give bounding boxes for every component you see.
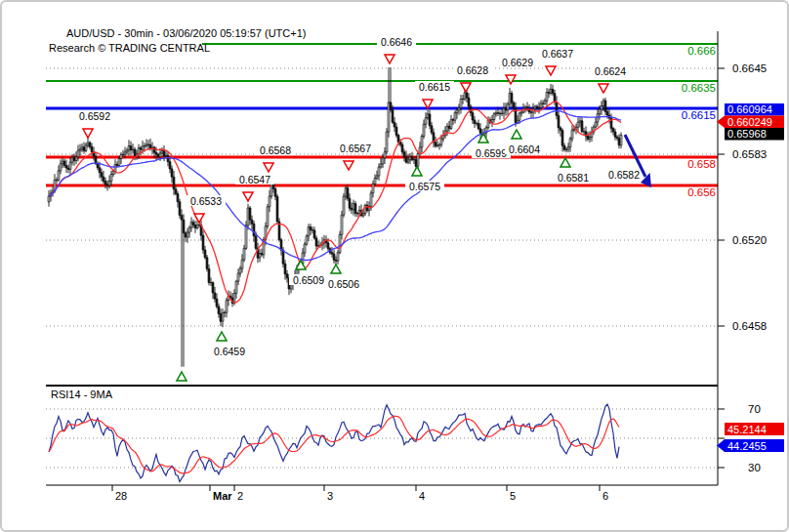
swing-label: 0.6568 <box>260 144 291 156</box>
rsi-tick-label: 70 <box>748 403 761 415</box>
swing-label: 0.6509 <box>293 274 324 286</box>
swing-marker-down <box>506 75 516 84</box>
x-axis-tick-label: Mar <box>213 490 232 502</box>
price-chart-canvas: 0.65920.65330.65470.65680.65670.66460.66… <box>2 2 789 532</box>
swing-marker-up <box>296 261 306 269</box>
level-label: 0.666 <box>687 45 716 57</box>
x-axis-tick-label: 2 <box>237 490 243 502</box>
swing-label: 0.6624 <box>595 65 626 77</box>
level-label: 0.658 <box>687 158 716 170</box>
price-badge-value: 0.65968 <box>727 128 767 140</box>
price-note-label: 0.6582 <box>608 169 640 181</box>
candlestick-wicks <box>49 67 621 367</box>
swing-label: 0.6604 <box>509 143 540 155</box>
level-label: 0.656 <box>687 186 716 198</box>
x-axis-tick-label: 28 <box>115 490 127 502</box>
swing-label: 0.6581 <box>558 172 589 184</box>
swing-label: 0.6506 <box>328 278 359 290</box>
level-label: 0.6635 <box>682 82 716 94</box>
swing-label: 0.6592 <box>79 110 110 122</box>
swing-marker-down <box>194 214 204 223</box>
swing-label: 0.6628 <box>457 64 488 76</box>
swing-marker-down <box>83 129 93 138</box>
swing-label: 0.6567 <box>340 143 371 154</box>
y-axis-tick-label: 0.6583 <box>732 148 767 160</box>
y-axis-tick-label: 0.6645 <box>732 62 767 74</box>
rsi-panel-label: RSI14 - 9MA <box>51 389 112 400</box>
swing-marker-up <box>512 130 521 139</box>
chart-title: AUD/USD - 30min - 03/06/2020 05:19:57 (U… <box>66 27 306 39</box>
swing-marker-up <box>217 332 227 341</box>
swing-label: 0.6575 <box>409 181 440 192</box>
price-badge-value: 0.660249 <box>727 116 772 128</box>
swing-marker-down <box>599 84 608 93</box>
level-label: 0.6615 <box>682 109 716 121</box>
swing-label: 0.6615 <box>419 81 450 93</box>
chart-attribution: Research © TRADING CENTRAL <box>49 42 210 54</box>
price-badge-value: 44.2455 <box>727 440 767 452</box>
y-axis-tick-label: 0.6520 <box>732 234 767 246</box>
swing-marker-down <box>344 161 353 170</box>
swing-label: 0.6637 <box>542 48 573 60</box>
swing-marker-down <box>546 66 556 75</box>
swing-label: 0.6599 <box>476 147 507 159</box>
swing-marker-up <box>331 265 341 273</box>
x-axis-tick-label: 4 <box>419 490 425 502</box>
swing-label: 0.6629 <box>502 57 533 68</box>
swing-label: 0.6646 <box>381 36 412 48</box>
swing-marker-down <box>385 55 394 63</box>
swing-marker-down <box>264 163 273 172</box>
swing-marker-up <box>177 372 187 381</box>
swing-marker-down <box>461 83 471 92</box>
rsi-tick-label: 30 <box>748 462 761 473</box>
x-axis-tick-label: 6 <box>602 490 608 502</box>
swing-marker-up <box>412 167 422 176</box>
swing-label: 0.6533 <box>190 195 222 207</box>
swing-marker-up <box>561 158 570 167</box>
x-axis-tick-label: 5 <box>510 490 516 502</box>
x-axis-tick-label: 3 <box>327 490 333 502</box>
y-axis-tick-label: 0.6458 <box>732 320 767 332</box>
swing-marker-down <box>243 192 253 201</box>
rsi-line <box>49 404 619 482</box>
swing-label: 0.6459 <box>214 346 245 357</box>
price-badge-value: 45.2144 <box>727 424 767 435</box>
chart-frame: 0.65920.65330.65470.65680.65670.66460.66… <box>0 0 789 532</box>
price-badge-value: 0.660964 <box>727 103 772 115</box>
swing-label: 0.6547 <box>239 174 270 185</box>
